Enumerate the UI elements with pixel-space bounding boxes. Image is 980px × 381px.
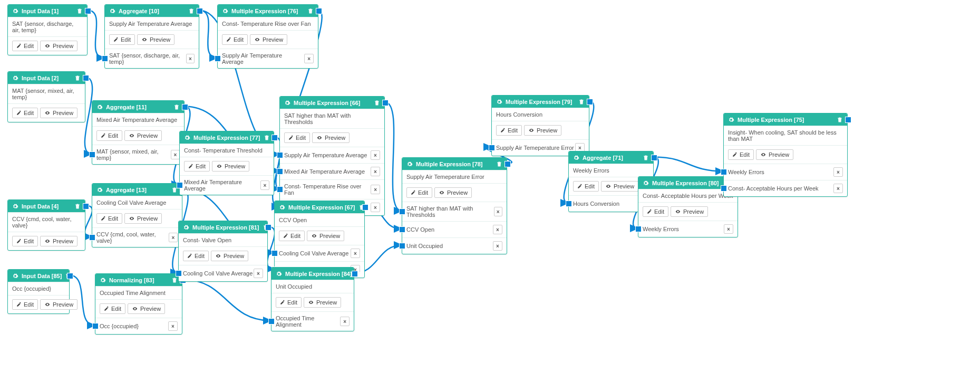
node-11[interactable]: Aggregate [11]Mixed Air Temperature Aver… (92, 100, 185, 165)
preview-button[interactable]: Preview (40, 108, 77, 118)
trash-icon[interactable] (837, 116, 843, 123)
preview-button[interactable]: Preview (307, 231, 344, 241)
input-port[interactable] (215, 55, 221, 62)
preview-button[interactable]: Preview (211, 251, 248, 261)
node-header[interactable]: Normalizing [83] (95, 274, 182, 286)
node-header[interactable]: Multiple Expression [76] (218, 5, 318, 17)
preview-button[interactable]: Preview (40, 236, 77, 246)
node-75[interactable]: Multiple Expression [75]Insight- When co… (723, 113, 848, 197)
input-port[interactable] (721, 185, 727, 192)
node-84[interactable]: Multiple Expression [84]Unit OccupiedEdi… (271, 267, 354, 331)
edit-button[interactable]: Edit (496, 125, 522, 136)
output-port[interactable] (352, 271, 358, 277)
node-header[interactable]: Multiple Expression [81] (179, 221, 267, 233)
edit-button[interactable]: Edit (222, 34, 248, 45)
preview-button[interactable]: Preview (756, 149, 793, 160)
output-port[interactable] (83, 203, 89, 209)
input-port[interactable] (277, 168, 283, 175)
edit-button[interactable]: Edit (643, 206, 668, 217)
edit-button[interactable]: Edit (573, 181, 599, 192)
trash-icon[interactable] (173, 103, 180, 110)
edit-button[interactable]: Edit (109, 34, 135, 45)
output-port[interactable] (85, 8, 91, 14)
remove-input-button[interactable]: × (494, 207, 502, 216)
remove-input-button[interactable]: × (171, 150, 180, 159)
trash-icon[interactable] (578, 98, 585, 105)
remove-input-button[interactable]: × (833, 184, 843, 193)
trash-icon[interactable] (74, 74, 81, 81)
trash-icon[interactable] (643, 154, 649, 161)
trash-icon[interactable] (74, 203, 81, 209)
preview-button[interactable]: Preview (212, 161, 249, 172)
remove-input-button[interactable]: × (260, 180, 269, 190)
input-port[interactable] (635, 226, 642, 232)
preview-button[interactable]: Preview (434, 187, 472, 198)
node-4[interactable]: Input Data [4]CCV {cmd, cool, water, val… (7, 199, 85, 251)
preview-button[interactable]: Preview (137, 34, 174, 45)
node-76[interactable]: Multiple Expression [76]Const- Temperatu… (217, 4, 318, 69)
input-port[interactable] (268, 318, 275, 325)
preview-button[interactable]: Preview (304, 297, 341, 308)
edit-button[interactable]: Edit (276, 297, 302, 308)
trash-icon[interactable] (264, 134, 270, 141)
input-port[interactable] (277, 186, 283, 193)
node-13[interactable]: Aggregate [13]Cooling Coil Valve Average… (92, 183, 182, 247)
preview-button[interactable]: Preview (312, 132, 350, 143)
remove-input-button[interactable]: × (833, 167, 843, 177)
preview-button[interactable]: Preview (124, 213, 162, 224)
edit-button[interactable]: Edit (100, 303, 125, 314)
remove-input-button[interactable]: × (493, 241, 502, 251)
edit-button[interactable]: Edit (284, 132, 310, 143)
remove-input-button[interactable]: × (724, 224, 733, 234)
remove-input-button[interactable]: × (493, 225, 502, 234)
edit-button[interactable]: Edit (406, 187, 432, 198)
flow-canvas[interactable]: Input Data [1]SAT {sensor, discharge, ai… (0, 0, 980, 381)
edit-button[interactable]: Edit (728, 149, 754, 160)
remove-input-button[interactable]: × (254, 269, 263, 278)
trash-icon[interactable] (496, 160, 502, 167)
trash-icon[interactable] (76, 7, 83, 14)
node-81[interactable]: Multiple Expression [81]Const- Valve Ope… (178, 221, 268, 282)
output-port[interactable] (382, 100, 389, 106)
output-port[interactable] (83, 75, 89, 81)
node-header[interactable]: Multiple Expression [78] (402, 158, 507, 170)
preview-button[interactable]: Preview (40, 41, 77, 51)
node-83[interactable]: Normalizing [83]Occupied Time AlignmentE… (95, 273, 182, 335)
remove-input-button[interactable]: × (371, 150, 380, 160)
node-1[interactable]: Input Data [1]SAT {sensor, discharge, ai… (7, 4, 88, 55)
edit-button[interactable]: Edit (183, 251, 209, 261)
node-header[interactable]: Multiple Expression [79] (492, 96, 589, 108)
node-header[interactable]: Multiple Expression [84] (271, 268, 354, 280)
remove-input-button[interactable]: × (371, 203, 380, 212)
remove-input-button[interactable]: × (169, 233, 178, 242)
input-port[interactable] (177, 182, 183, 188)
input-port[interactable] (277, 152, 283, 158)
node-79[interactable]: Multiple Expression [79]Hours Conversion… (491, 95, 589, 156)
remove-input-button[interactable]: × (371, 185, 380, 194)
node-header[interactable]: Input Data [2] (8, 72, 85, 84)
trash-icon[interactable] (374, 99, 380, 106)
output-port[interactable] (67, 273, 73, 279)
remove-input-button[interactable]: × (168, 321, 178, 331)
edit-button[interactable]: Edit (12, 108, 38, 118)
output-port[interactable] (182, 104, 188, 110)
edit-button[interactable]: Edit (12, 236, 38, 246)
output-port[interactable] (651, 155, 657, 161)
edit-button[interactable]: Edit (184, 161, 210, 172)
node-header[interactable]: Aggregate [10] (105, 5, 199, 17)
preview-button[interactable]: Preview (124, 130, 162, 141)
node-header[interactable]: Multiple Expression [75] (724, 113, 847, 126)
node-header[interactable]: Aggregate [13] (92, 184, 182, 196)
node-66[interactable]: Multiple Expression [66]SAT higher than … (279, 96, 385, 216)
preview-button[interactable]: Preview (40, 299, 77, 310)
input-port[interactable] (176, 270, 182, 277)
input-port[interactable] (399, 243, 405, 249)
trash-icon[interactable] (188, 7, 195, 14)
node-header[interactable]: Input Data [1] (8, 5, 87, 17)
node-header[interactable]: Aggregate [71] (569, 151, 653, 164)
output-port[interactable] (504, 161, 511, 167)
output-port[interactable] (587, 99, 593, 105)
edit-button[interactable]: Edit (12, 299, 38, 310)
remove-input-button[interactable]: × (340, 317, 350, 326)
node-2[interactable]: Input Data [2]MAT {sensor, mixed, air, t… (7, 71, 85, 122)
